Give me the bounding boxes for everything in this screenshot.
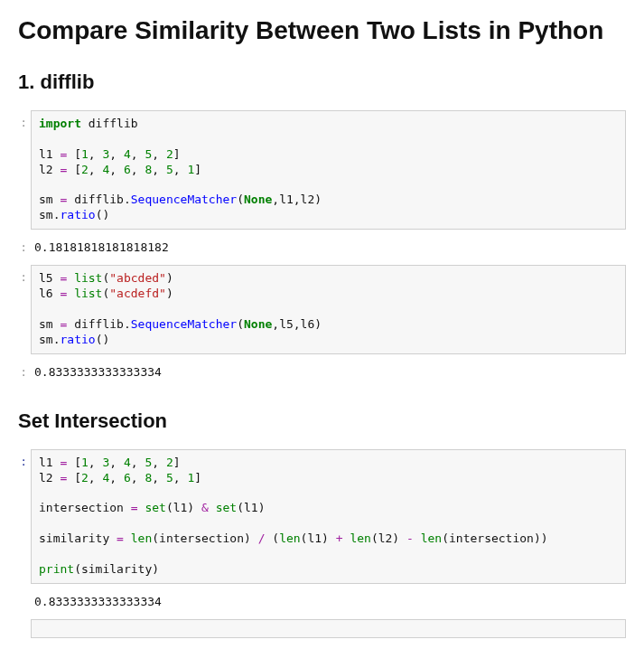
input-prompt: :	[18, 449, 31, 584]
code-output: 0.8333333333333334	[31, 360, 626, 384]
input-prompt: :	[18, 265, 31, 353]
section-heading-difflib: 1. difflib	[18, 71, 626, 94]
code-input[interactable]	[31, 619, 626, 638]
code-input[interactable]: l5 = list("abcded") l6 = list("acdefd") …	[31, 265, 626, 353]
input-prompt: :	[18, 110, 31, 230]
code-input[interactable]: l1 = [1, 3, 4, 5, 2] l2 = [2, 4, 6, 8, 5…	[31, 449, 626, 584]
page-title: Compare Similarity Between Two Lists in …	[18, 16, 626, 45]
code-cell-3: : l1 = [1, 3, 4, 5, 2] l2 = [2, 4, 6, 8,…	[18, 449, 626, 584]
code-cell-1: : import difflib l1 = [1, 3, 4, 5, 2] l2…	[18, 110, 626, 230]
output-prompt: :	[18, 235, 31, 259]
code-cell-empty: :	[18, 619, 626, 638]
code-output: 0.18181818181818182	[31, 235, 626, 259]
output-prompt: :	[18, 360, 31, 384]
code-cell-2: : l5 = list("abcded") l6 = list("acdefd"…	[18, 265, 626, 353]
output-cell-2: : 0.8333333333333334	[18, 360, 626, 384]
section-heading-set: Set Intersection	[18, 409, 626, 433]
output-cell-1: : 0.18181818181818182	[18, 235, 626, 259]
output-cell-3: : 0.8333333333333334	[18, 589, 626, 614]
code-input[interactable]: import difflib l1 = [1, 3, 4, 5, 2] l2 =…	[31, 110, 626, 230]
code-output: 0.8333333333333334	[31, 589, 626, 614]
